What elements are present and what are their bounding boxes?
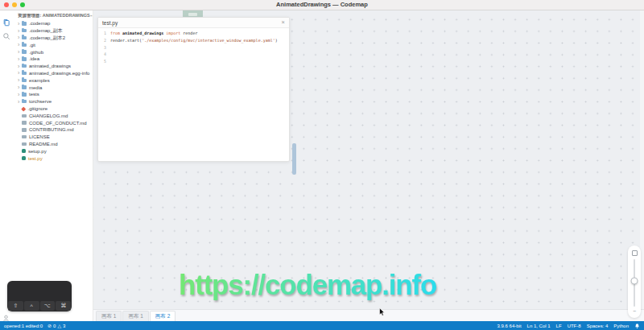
file-label: .codemap_副本 <box>29 27 63 35</box>
tree-item[interactable]: CHANGELOG.md <box>13 112 93 119</box>
tree-item[interactable]: ›media <box>13 84 93 91</box>
code-line[interactable]: 2render.start('./examples/config/mvc/int… <box>98 37 289 44</box>
fit-view-icon[interactable] <box>632 250 638 256</box>
tree-item[interactable]: ›tests <box>13 91 93 98</box>
tree-item[interactable]: ›.git <box>13 41 93 48</box>
modifier-key: ^ <box>24 301 39 311</box>
close-icon[interactable]: × <box>282 20 285 25</box>
file-tree: ›.codemap›.codemap_副本›.codemap_副本2›.git›… <box>13 20 93 162</box>
error-count: 0 <box>53 324 56 328</box>
tree-item[interactable]: ›.github <box>13 48 93 56</box>
status-item[interactable]: Python <box>613 324 629 328</box>
line-number: 4 <box>98 51 106 58</box>
status-item[interactable]: 3.9.6 64-bit <box>497 324 522 328</box>
file-label: tests <box>29 92 39 97</box>
canvas-tab-1[interactable]: 画布 1 <box>96 311 122 321</box>
bell-icon[interactable] <box>634 323 640 329</box>
more-actions-button[interactable]: ⋯ <box>90 14 93 18</box>
code-line[interactable]: 4 <box>98 51 289 58</box>
traffic-lights <box>4 2 25 7</box>
tree-item[interactable]: ›.idea <box>13 56 93 63</box>
file-label: .codemap_副本2 <box>29 35 65 42</box>
file-label: CONTRIBUTING.md <box>29 127 74 132</box>
tree-item[interactable]: README.md <box>13 141 93 148</box>
python-icon <box>22 156 26 160</box>
file-label: torchserve <box>29 99 52 104</box>
modifier-key-row: ⇧^⌥⌘ <box>7 301 72 311</box>
tree-item[interactable]: test.py <box>13 155 93 162</box>
code-token: from <box>110 31 122 35</box>
folder-icon <box>22 22 27 26</box>
error-icon: ⊘ <box>47 324 52 328</box>
titlebar: AnimatedDrawings — Codemap <box>0 0 644 10</box>
tree-item[interactable]: ›.codemap_副本 <box>13 27 93 35</box>
markdown-icon <box>22 121 27 125</box>
explorer-header: 资源管理器: ANIMATEDDRAWINGS <box>18 13 90 19</box>
file-label: .git <box>29 43 35 47</box>
tree-item[interactable]: .gitignore <box>13 105 93 113</box>
search-icon[interactable] <box>2 29 10 37</box>
code-line[interactable]: 3 <box>98 44 289 52</box>
code-line[interactable]: 5 <box>98 58 289 65</box>
modifier-key-overlay: ⇧^⌥⌘ <box>7 281 72 311</box>
status-bar: opened:1 edited:0 ⊘ 0 △ 3 3.9.6 64-bitLn… <box>0 321 644 330</box>
python-icon <box>22 149 26 153</box>
problems-status[interactable]: ⊘ 0 △ 3 <box>47 324 65 328</box>
status-item[interactable]: Spaces: 4 <box>587 324 609 328</box>
canvas[interactable]: test.py × 1from animated_drawings import… <box>93 10 644 321</box>
markdown-icon <box>22 142 27 146</box>
line-number: 2 <box>98 37 106 44</box>
tree-item[interactable]: setup.py <box>13 147 93 155</box>
code-area[interactable]: 1from animated_drawings import render2re… <box>98 28 289 65</box>
tree-item[interactable]: ›.codemap_副本2 <box>13 35 93 42</box>
file-label: media <box>29 85 42 90</box>
open-files-status[interactable]: opened:1 edited:0 <box>4 324 43 328</box>
canvas-tab-bar: 画布 1画布 1画布 2 <box>93 309 644 321</box>
warning-icon: △ <box>57 324 61 328</box>
file-label: .idea <box>29 56 39 61</box>
tree-item[interactable]: CONTRIBUTING.md <box>13 126 93 134</box>
modifier-key: ⌘ <box>56 301 71 311</box>
markdown-icon <box>22 114 27 118</box>
zoom-slider[interactable] <box>634 259 635 307</box>
files-icon[interactable] <box>2 15 10 23</box>
zoom-out-icon[interactable]: − <box>633 309 636 314</box>
canvas-tab-3[interactable]: 画布 2 <box>150 311 175 321</box>
file-label: animated_drawings.egg-info <box>29 71 89 76</box>
minimize-window-button[interactable] <box>12 2 17 7</box>
status-item[interactable]: UTF-8 <box>568 324 581 328</box>
tree-item[interactable]: ›.codemap <box>13 20 93 27</box>
status-item[interactable]: Ln 1, Col 1 <box>527 324 551 328</box>
tree-item[interactable]: ›animated_drawings <box>13 63 93 70</box>
tree-item[interactable]: ›torchserve <box>13 98 93 105</box>
window-title: AnimatedDrawings — Codemap <box>0 0 644 10</box>
status-bar-right: 3.9.6 64-bitLn 1, Col 1LFUTF-8Spaces: 4P… <box>497 323 640 329</box>
tab-test-py[interactable]: test.py <box>102 20 118 26</box>
code-line[interactable]: 1from animated_drawings import render <box>98 30 289 37</box>
file-label: .gitignore <box>28 106 48 111</box>
folder-icon <box>22 64 27 68</box>
status-item[interactable]: LF <box>556 324 562 328</box>
file-label: test.py <box>28 156 43 161</box>
file-label: animated_drawings <box>29 64 71 68</box>
zoom-window-button[interactable] <box>20 2 25 7</box>
tree-item[interactable]: CODE_OF_CONDUCT.md <box>13 119 93 126</box>
file-label: README.md <box>29 142 58 146</box>
tree-item[interactable]: ›animated_drawings.egg-info <box>13 70 93 77</box>
folder-icon <box>22 72 27 76</box>
zoom-slider-handle[interactable] <box>631 278 638 285</box>
tree-item[interactable]: ›examples <box>13 76 93 84</box>
close-window-button[interactable] <box>4 2 9 7</box>
file-label: CHANGELOG.md <box>29 113 68 118</box>
code-token: ) <box>275 38 278 43</box>
modifier-key: ⌥ <box>40 301 56 311</box>
editor-card: test.py × 1from animated_drawings import… <box>97 17 290 162</box>
canvas-tab-2[interactable]: 画布 1 <box>122 311 148 321</box>
file-label: CODE_OF_CONDUCT.md <box>29 121 87 126</box>
watermark: https://codemap.info <box>179 269 436 301</box>
code-token: render <box>180 31 197 35</box>
markdown-icon <box>22 135 27 139</box>
scroll-indicator[interactable] <box>292 143 296 175</box>
tree-item[interactable]: LICENSE <box>13 134 93 141</box>
keypad-surface <box>7 281 72 301</box>
